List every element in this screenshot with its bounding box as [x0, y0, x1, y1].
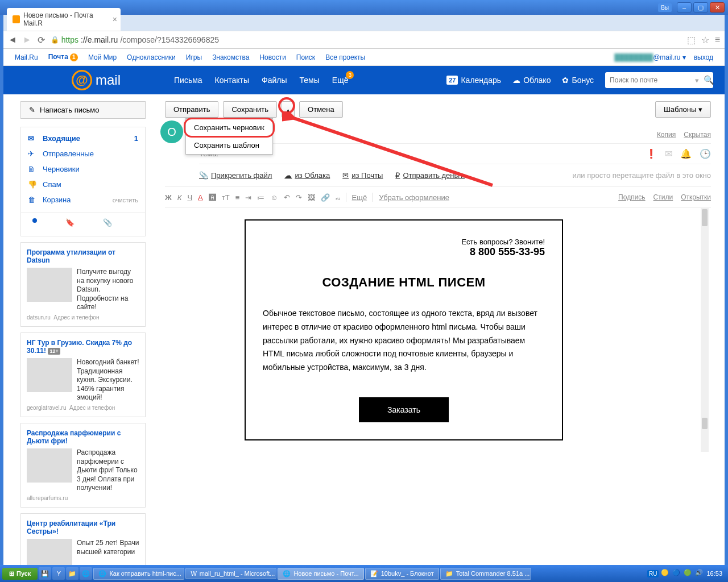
folder-trash[interactable]: 🗑 Корзина очистить	[21, 192, 145, 207]
dropdown-icon[interactable]: ▾	[695, 76, 699, 85]
logout-link[interactable]: выход	[694, 53, 713, 61]
more-formatting-link[interactable]: Ещё	[352, 193, 367, 202]
service-link-news[interactable]: Новости	[259, 53, 286, 61]
nav-letters[interactable]: Письма	[174, 76, 202, 85]
email-contact-question: Есть вопросы? Звоните!	[263, 238, 545, 246]
save-draft-item[interactable]: Сохранить черновик	[186, 119, 272, 136]
redo-button[interactable]: ↷	[296, 193, 302, 202]
receipt-icon[interactable]: ✉	[665, 148, 672, 159]
user-email[interactable]: ████████@mail.ru ▾	[614, 53, 686, 61]
bookmark-star-icon[interactable]: ☆	[701, 35, 709, 45]
ad-item[interactable]: Распродажа парфюмерии с Дьюти фри! Распр…	[20, 423, 146, 508]
attach-mail-link[interactable]: ✉из Почты	[342, 171, 383, 180]
link-button[interactable]: 🔗	[321, 193, 330, 202]
nav-more-badge: 3	[346, 71, 354, 79]
search-input[interactable]	[610, 76, 695, 84]
ad-item[interactable]: Программа утилизации от Datsun Получите …	[20, 242, 146, 327]
text-color-button[interactable]: А	[198, 193, 203, 202]
bcc-link[interactable]: Скрытая	[684, 131, 711, 139]
notify-icon[interactable]: 🔔	[680, 148, 692, 159]
clear-trash-link[interactable]: очистить	[113, 197, 138, 203]
bold-button[interactable]: Ж	[165, 193, 172, 202]
styles-link[interactable]: Стили	[653, 193, 673, 201]
send-money-link[interactable]: ₽Отправить деньги	[395, 171, 465, 180]
cancel-button[interactable]: Отмена	[299, 101, 343, 118]
browser-tab[interactable]: Новое письмо - Почта Mail.R ×	[7, 8, 121, 31]
send-button[interactable]: Отправить	[165, 101, 218, 118]
remove-formatting-link[interactable]: Убрать оформление	[379, 193, 449, 202]
folder-sent[interactable]: ✈ Отправленные	[21, 146, 145, 161]
menu-icon[interactable]: ≡	[715, 35, 720, 45]
extension-icon[interactable]: ⬚	[687, 35, 696, 45]
scrollbar-thumb[interactable]	[702, 209, 708, 226]
insert-image-button[interactable]: 🖼	[308, 193, 315, 202]
calendar-icon: 27	[446, 76, 458, 85]
align-button[interactable]: ≡	[235, 193, 240, 202]
to-field-row[interactable]: Копия Скрытая	[199, 126, 711, 144]
window-minimize-button[interactable]: –	[677, 2, 692, 13]
emoji-button[interactable]: ☺	[270, 193, 278, 202]
save-button[interactable]: Сохранить	[223, 101, 277, 118]
scrollbar-thumb[interactable]	[702, 418, 708, 429]
window-maximize-button[interactable]: ▢	[693, 2, 708, 13]
paper-plane-icon: ✈	[28, 149, 37, 158]
postcards-link[interactable]: Открытки	[681, 193, 711, 201]
underline-button[interactable]: Ч	[187, 193, 192, 202]
font-size-button[interactable]: тТ	[222, 193, 230, 202]
signature-link[interactable]: Подпись	[618, 193, 646, 201]
window-close-button[interactable]: ✕	[710, 2, 725, 13]
italic-button[interactable]: К	[177, 193, 182, 202]
compose-button[interactable]: ✎ Написать письмо	[20, 101, 146, 119]
priority-icon[interactable]: ❗	[646, 148, 657, 159]
indent-button[interactable]: ⇥	[245, 193, 251, 202]
undo-button[interactable]: ↶	[284, 193, 290, 202]
folder-spam[interactable]: 👎 Спам	[21, 177, 145, 192]
subject-field-row[interactable]: Тема: ❗ ✉ 🔔 🕒	[199, 144, 711, 164]
tab-close-icon[interactable]: ×	[113, 15, 117, 24]
nav-cloud[interactable]: ☁ Облако	[512, 76, 551, 85]
save-template-item[interactable]: Сохранить шаблон	[186, 136, 272, 154]
search-icon[interactable]: 🔍	[704, 75, 714, 85]
ad-item[interactable]: НГ Тур в Грузию. Скидка 7% до 30.11! 12+…	[20, 332, 146, 417]
attach-file-link[interactable]: 📎Прикрепить файл	[199, 171, 272, 180]
bg-color-button[interactable]: 🅰	[209, 193, 216, 202]
back-button[interactable]: ◄	[8, 35, 17, 45]
service-link-ok[interactable]: Одноклассники	[127, 53, 176, 61]
search-box[interactable]: ▾ 🔍	[605, 72, 713, 88]
browser-window: Новое письмо - Почта Mail.R × ◄ ► ⟳ 🔒 ht…	[3, 15, 725, 565]
unread-filter-icon[interactable]	[32, 218, 37, 223]
editor-scrollbar[interactable]	[701, 208, 709, 452]
service-link-search[interactable]: Поиск	[296, 53, 315, 61]
nav-more[interactable]: Ещё 3	[332, 76, 349, 85]
flag-filter-icon[interactable]: 🔖	[65, 218, 75, 227]
nav-calendar[interactable]: 27 Календарь	[446, 76, 501, 85]
nav-files[interactable]: Файлы	[262, 76, 287, 85]
ad-item[interactable]: Центр реабилитации «Три Сестры»! Опыт 25…	[20, 513, 146, 565]
nav-bonus[interactable]: ✿ Бонус	[562, 76, 594, 85]
service-link-games[interactable]: Игры	[186, 53, 202, 61]
service-link-mailru[interactable]: Mail.Ru	[15, 53, 38, 61]
schedule-icon[interactable]: 🕒	[700, 148, 711, 159]
copy-link[interactable]: Копия	[657, 131, 676, 139]
attach-cloud-link[interactable]: ☁из Облака	[284, 171, 330, 180]
email-body-editor[interactable]: Есть вопросы? Звоните! 8 800 555-33-95 С…	[165, 208, 711, 452]
list-button[interactable]: ≔	[257, 193, 264, 202]
service-link-dating[interactable]: Знакомства	[212, 53, 249, 61]
service-link-moimir[interactable]: Мой Мир	[88, 53, 117, 61]
nav-contacts[interactable]: Контакты	[215, 76, 249, 85]
service-link-all[interactable]: Все проекты	[325, 53, 365, 61]
save-dropdown-button[interactable]	[282, 101, 295, 118]
avatar: О	[160, 120, 183, 143]
order-button[interactable]: Заказать	[359, 397, 449, 422]
service-link-mail[interactable]: Почта1	[48, 53, 78, 61]
folder-inbox[interactable]: ✉ Входящие 1	[21, 131, 145, 146]
translit-button[interactable]: ᵣᵤ	[336, 193, 340, 202]
templates-button[interactable]: Шаблоны ▾	[655, 101, 711, 118]
forward-button[interactable]: ►	[23, 35, 32, 45]
reload-button[interactable]: ⟳	[38, 35, 45, 45]
attachment-filter-icon[interactable]: 📎	[103, 218, 112, 227]
folder-drafts[interactable]: 🗎 Черновики	[21, 161, 145, 177]
nav-themes[interactable]: Темы	[300, 76, 320, 85]
logo[interactable]: @ mail	[72, 70, 121, 90]
url-field[interactable]: 🔒 https://e.mail.ru/compose/?15433266968…	[51, 35, 681, 44]
